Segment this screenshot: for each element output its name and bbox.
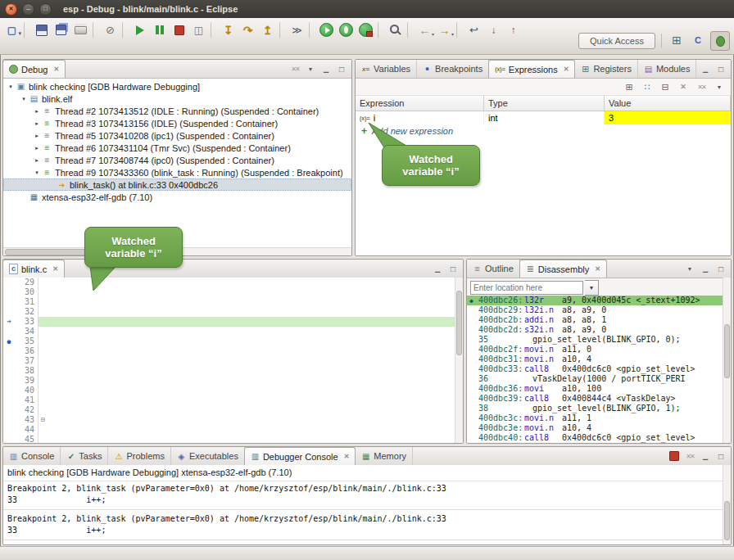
vertical-scrollbar[interactable] <box>455 278 463 443</box>
gutter-marker[interactable] <box>3 376 15 386</box>
gutter-marker[interactable] <box>3 405 15 415</box>
tree-row[interactable]: ▸ Thread #6 1073431104 (Tmr Svc) (Suspen… <box>3 142 351 154</box>
fold-marker[interactable] <box>39 386 48 395</box>
gutter-marker[interactable] <box>3 425 15 435</box>
collapse-all-icon[interactable] <box>659 80 672 93</box>
last-edit-location-icon[interactable] <box>464 20 483 40</box>
fold-marker[interactable] <box>39 435 48 443</box>
skip-all-breakpoints-icon[interactable] <box>101 20 120 40</box>
window-minimize-button[interactable] <box>22 3 34 16</box>
view-tab[interactable]: Outline <box>467 260 520 278</box>
view-tab[interactable]: Breakpoints <box>417 60 489 78</box>
close-icon[interactable] <box>53 65 59 73</box>
gutter-marker[interactable] <box>3 278 15 287</box>
expander-icon[interactable]: ▸ <box>33 145 41 151</box>
fold-marker[interactable]: ⊟ <box>39 415 48 425</box>
minimize-icon[interactable] <box>700 63 711 75</box>
scrollbar-thumb[interactable] <box>724 501 730 541</box>
column-header-expression[interactable]: Expression <box>356 96 484 111</box>
disassembly-row[interactable]: 400dbc40: call8 0x400dc6c0 <gpio_set_lev… <box>467 433 723 443</box>
gutter-marker[interactable] <box>3 307 15 317</box>
expander-icon[interactable]: ▾ <box>7 84 15 90</box>
tree-row[interactable]: blink_task() at blink.c:33 0x400dbc26 <box>3 178 351 191</box>
disassembly-row[interactable]: 38 gpio_set_level(BLINK_GPIO, 1); <box>467 404 723 413</box>
scrollbar-thumb[interactable] <box>724 324 730 379</box>
tree-row[interactable]: ▸ Thread #7 1073408744 (ipc0) (Suspended… <box>3 154 351 166</box>
tree-row[interactable]: ▸ Thread #5 1073410208 (ipc1) (Suspended… <box>3 129 351 142</box>
tab-debug[interactable]: Debug <box>2 60 66 78</box>
column-header-type[interactable]: Type <box>484 96 605 111</box>
remove-expression-icon[interactable] <box>677 80 690 93</box>
fold-marker[interactable] <box>39 327 48 336</box>
expression-row[interactable]: i int 3 <box>356 111 731 124</box>
fold-marker[interactable] <box>39 405 48 415</box>
disassembly-row[interactable]: 400dbc2f: movi.n a11, 0 <box>467 345 723 355</box>
expander-icon[interactable]: ▾ <box>20 96 28 102</box>
step-over-icon[interactable] <box>238 20 257 40</box>
save-icon[interactable] <box>32 20 51 40</box>
cpp-perspective-icon[interactable] <box>689 31 707 49</box>
show-type-names-icon[interactable] <box>623 80 636 93</box>
tree-row[interactable]: ▾ Thread #9 1073433360 (blink_task : Run… <box>3 166 351 178</box>
location-input[interactable] <box>470 281 583 295</box>
disassembly-row[interactable]: 400dbc3c: movi.n a11, 1 <box>467 413 723 423</box>
view-tab[interactable]: Memory <box>356 447 413 465</box>
view-tab[interactable]: Problems <box>108 447 170 465</box>
maximize-icon[interactable] <box>447 263 459 274</box>
view-tab[interactable]: Disassembly <box>519 260 607 278</box>
maximize-icon[interactable] <box>715 63 727 75</box>
fold-marker[interactable] <box>39 395 48 405</box>
vertical-scrollbar[interactable] <box>723 465 731 544</box>
disassembly-row[interactable]: 400dbc31: movi.n a10, 4 <box>467 355 723 364</box>
fold-marker[interactable] <box>39 346 48 356</box>
titlebar[interactable]: esp - Debug - blink/main/blink.c - Eclip… <box>0 0 734 18</box>
run-icon[interactable] <box>317 20 336 40</box>
gutter-marker[interactable] <box>3 386 15 395</box>
next-annotation-icon[interactable] <box>484 20 503 40</box>
expander-icon[interactable]: ▸ <box>33 120 41 127</box>
view-tab[interactable]: Executables <box>171 447 245 465</box>
open-perspective-icon[interactable] <box>668 31 686 49</box>
gutter-marker[interactable] <box>3 366 15 376</box>
gutter-marker[interactable] <box>3 336 15 346</box>
console-output[interactable]: blink checking [GDB Hardware Debugging] … <box>3 465 723 544</box>
gutter-marker[interactable] <box>3 287 15 297</box>
add-expression-row[interactable]: Add new expression <box>356 124 731 138</box>
disassembly-row[interactable]: 400dbc26: l32r a9, 0x400d045c <_stext+10… <box>467 296 723 305</box>
disassembly-row[interactable]: 400dbc33: call8 0x400dc6c0 <gpio_set_lev… <box>467 364 723 374</box>
expander-icon[interactable]: ▸ <box>33 157 41 164</box>
close-icon[interactable] <box>344 453 350 460</box>
maximize-icon[interactable] <box>336 63 347 75</box>
gutter-marker[interactable] <box>3 435 15 443</box>
window-maximize-button[interactable] <box>39 3 52 16</box>
view-menu-icon[interactable] <box>684 263 695 274</box>
chevron-down-icon[interactable]: ▼ <box>585 280 599 296</box>
gutter-marker[interactable] <box>3 317 15 327</box>
window-close-button[interactable] <box>5 3 17 16</box>
expander-icon[interactable]: ▸ <box>33 108 41 115</box>
save-all-icon[interactable] <box>52 20 70 40</box>
expander-icon[interactable]: ▸ <box>33 133 41 139</box>
new-wizard-icon[interactable] <box>2 20 21 40</box>
close-icon[interactable] <box>595 265 600 273</box>
disassembly-row[interactable]: 35 gpio_set_level(BLINK_GPIO, 0); <box>467 335 723 345</box>
debug-icon[interactable] <box>337 20 356 40</box>
remove-all-expressions-icon[interactable] <box>695 80 708 93</box>
external-tools-icon[interactable] <box>356 20 375 40</box>
tree-row[interactable]: xtensa-esp32-elf-gdb (7.10) <box>3 191 351 203</box>
tree-row[interactable]: ▸ Thread #2 1073413512 (IDLE : Running) … <box>3 105 351 117</box>
debug-perspective-icon[interactable] <box>710 31 730 51</box>
disassembly-listing[interactable]: 400dbc26: l32r a9, 0x400d045c <_stext+10… <box>467 296 723 443</box>
remove-all-terminated-icon[interactable] <box>289 63 301 75</box>
print-icon[interactable] <box>71 20 90 40</box>
disassembly-row[interactable]: 400dbc3e: movi.n a10, 4 <box>467 423 723 433</box>
tree-row[interactable]: ▾ blink.elf <box>3 93 351 105</box>
view-tab[interactable]: Tasks <box>61 447 108 465</box>
tree-row[interactable]: ▸ Thread #3 1073413156 (IDLE) (Suspended… <box>3 117 351 129</box>
step-return-icon[interactable] <box>258 20 277 40</box>
search-icon[interactable] <box>386 20 405 40</box>
fold-marker[interactable] <box>39 336 48 346</box>
resume-icon[interactable] <box>130 20 149 40</box>
disassembly-row[interactable]: 400dbc2b: addi.n a8, a8, 1 <box>467 315 723 325</box>
gutter-marker[interactable] <box>3 395 15 405</box>
